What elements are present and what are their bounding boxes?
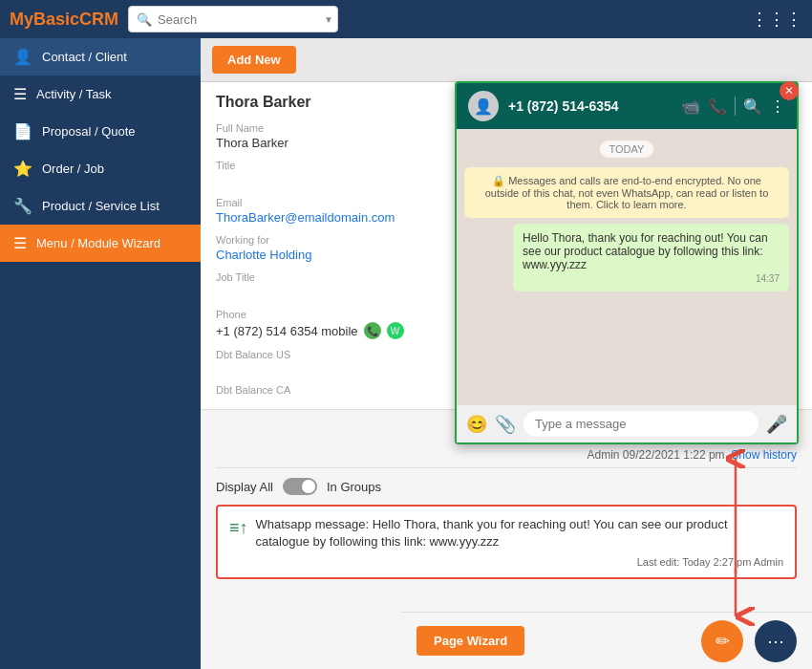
activity-section: Admin 09/22/2021 1:22 pm Show history Di… [201,439,812,598]
top-nav: MyBasicCRM 🔍 ▼ ⋮⋮⋮ [0,0,812,38]
sidebar: 👤 Contact / Client ☰ Activity / Task 📄 P… [0,38,201,669]
page-wizard-button[interactable]: Page Wizard [417,626,524,656]
activity-icon: ☰ [13,85,27,103]
sidebar-item-contact[interactable]: 👤 Contact / Client [0,38,201,76]
order-icon: ⭐ [13,160,32,178]
phone-value: +1 (872) 514 6354 mobile [216,324,358,338]
wa-footer: 😊 📎 🎤 [457,404,797,442]
sidebar-item-order[interactable]: ⭐ Order / Job [0,150,201,187]
display-toggle[interactable] [283,478,317,495]
wa-today-badge: TODAY [600,140,654,158]
fab-edit-button[interactable]: ✏ [701,620,743,662]
display-all-label: Display All [216,480,273,494]
add-new-button[interactable]: Add New [212,46,296,74]
sidebar-item-proposal[interactable]: 📄 Proposal / Quote [0,113,201,150]
app-logo: MyBasicCRM [10,10,118,30]
contact-icon: 👤 [13,48,32,66]
menu-wizard-icon: ☰ [13,234,27,252]
search-icon: 🔍 [137,12,152,27]
nav-menu-icon[interactable]: ⋮⋮⋮ [751,9,802,30]
search-dropdown-arrow[interactable]: ▼ [324,14,333,25]
wa-close-button[interactable]: ✕ [780,81,799,100]
main-layout: 👤 Contact / Client ☰ Activity / Task 📄 P… [0,38,812,669]
display-row: Display All In Groups [216,478,797,495]
sidebar-label-contact: Contact / Client [42,50,127,64]
sidebar-label-proposal: Proposal / Quote [42,124,136,139]
sidebar-label-product: Product / Service List [42,199,160,213]
wa-header-phone: +1 (872) 514-6354 [508,98,672,114]
wa-emoji-icon[interactable]: 😊 [466,414,487,435]
wa-body: TODAY 🔒 Messages and calls are end-to-en… [457,129,797,404]
wa-bubble-text: Hello Thora, thank you for reaching out!… [523,231,780,271]
wa-message-input[interactable] [524,411,759,437]
wa-more-icon[interactable]: ⋮ [770,97,785,116]
proposal-icon: 📄 [13,122,32,140]
whatsapp-popup: ✕ 👤 +1 (872) 514-6354 📹 📞 🔍 ⋮ TODAY 🔒 Me… [455,81,799,444]
sidebar-label-menu-wizard: Menu / Module Wizard [36,236,160,250]
product-icon: 🔧 [13,197,32,215]
show-history-link[interactable]: Show history [731,448,797,462]
whatsapp-icon[interactable]: W [387,322,404,339]
content-area: Add New Thora Barker Full Name Thora Bar… [201,38,812,669]
wa-bubble-time: 14:37 [523,273,780,284]
toggle-knob [302,480,315,493]
fab-more-button[interactable]: ⋯ [755,620,797,662]
phone-call-icon[interactable]: 📞 [364,322,381,339]
wa-msg-footer: Last edit: Today 2:27 pm Admin [229,556,783,568]
sidebar-label-order: Order / Job [42,162,104,176]
bottom-bar: Page Wizard ✏ ⋯ [401,612,812,669]
wa-avatar: 👤 [468,91,499,121]
toolbar: Add New [201,38,812,82]
activity-meta: Admin 09/22/2021 1:22 pm Show history [216,448,797,462]
wa-header-info: +1 (872) 514-6354 [508,98,672,114]
sidebar-item-activity[interactable]: ☰ Activity / Task [0,76,201,113]
search-bar[interactable]: 🔍 ▼ [128,6,338,32]
wa-msg-content: ≡↑ Whatsapp message: Hello Thora, thank … [229,516,783,550]
wa-attach-icon[interactable]: 📎 [495,414,516,435]
wa-system-msg: 🔒 Messages and calls are end-to-end encr… [464,167,789,218]
wa-call-icon[interactable]: 📞 [708,97,727,116]
wa-msg-text: Whatsapp message: Hello Thora, thank you… [256,516,783,550]
wa-bubble-out: Hello Thora, thank you for reaching out!… [513,224,789,291]
sidebar-item-product[interactable]: 🔧 Product / Service List [0,187,201,225]
wa-message-box: ≡↑ Whatsapp message: Hello Thora, thank … [216,505,797,579]
sidebar-item-menu-wizard[interactable]: ☰ Menu / Module Wizard [0,225,201,262]
wa-search-icon[interactable]: 🔍 [743,97,762,116]
sidebar-label-activity: Activity / Task [36,87,112,101]
in-groups-label: In Groups [327,480,381,494]
wa-msg-icon: ≡↑ [229,518,248,538]
wa-popup-header: 👤 +1 (872) 514-6354 📹 📞 🔍 ⋮ [457,83,797,129]
wa-mic-icon[interactable]: 🎤 [766,414,787,435]
wa-video-icon[interactable]: 📹 [681,97,700,116]
wa-header-actions: 📹 📞 🔍 ⋮ [681,97,785,116]
search-input[interactable] [158,12,318,27]
